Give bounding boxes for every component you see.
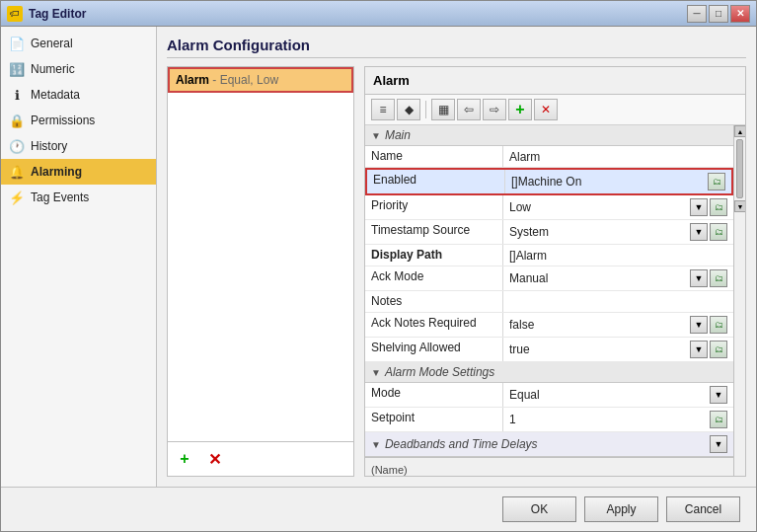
toolbar-forward-btn[interactable]: ⇨ [483,99,506,120]
detail-scrollbar[interactable]: ▲ ▼ [733,125,745,476]
remove-alarm-button[interactable]: ✕ [203,448,225,470]
content-area: Alarm Configuration Alarm - Equal, Low +… [157,27,756,487]
section-group-main-label: Main [385,128,411,142]
close-button[interactable]: ✕ [730,5,750,23]
priority-binding[interactable]: 🗂 [710,198,727,216]
toolbar-add-btn[interactable]: + [508,99,532,120]
enabled-binding-btn: 🗂 [708,173,725,190]
collapse-deadbands-icon[interactable]: ▼ [371,439,381,450]
ackmode-binding[interactable]: 🗂 [710,269,727,287]
deadbands-dropdown[interactable]: ▼ [710,435,727,453]
mode-dropdown[interactable]: ▼ [710,386,727,404]
prop-row-name: Name Alarm [365,146,733,168]
detail-footer: (Name) (Description) [365,457,733,476]
prop-row-acknotes: Ack Notes Required false ▼ 🗂 [365,313,733,338]
scrollbar-down-btn[interactable]: ▼ [734,200,745,212]
permissions-icon: 🔒 [9,113,25,128]
prop-value-timestamp: System ▼ 🗂 [503,220,733,244]
prop-value-name: Alarm [503,146,733,167]
toolbar-back-btn[interactable]: ⇦ [457,99,481,120]
shelving-dropdown[interactable]: ▼ [690,341,708,358]
prop-name-name: Name [365,146,503,167]
sidebar-label-metadata: Metadata [31,88,80,102]
prop-row-ackmode: Ack Mode Manual ▼ 🗂 [365,266,733,291]
prop-name-mode: Mode [365,383,503,407]
section-group-main: ▼ Main [365,125,733,146]
prop-value-mode: Equal ▼ [503,383,733,407]
section-group-alarmmode: ▼ Alarm Mode Settings [365,362,733,383]
cancel-button[interactable]: Cancel [666,496,740,522]
enabled-binding-button[interactable]: 🗂 [708,173,725,190]
ackmode-dropdown[interactable]: ▼ [690,269,708,287]
history-icon: 🕐 [9,138,25,154]
alarm-detail-header: Alarm [365,67,745,95]
window-icon: 🏷 [7,6,23,22]
minimize-button[interactable]: ─ [687,5,707,23]
sidebar-item-alarming[interactable]: 🔔 Alarming [1,159,156,185]
section-title: Alarm Configuration [167,37,746,58]
prop-name-acknotes: Ack Notes Required [365,313,503,337]
timestamp-dropdown[interactable]: ▼ [690,223,708,241]
setpoint-binding[interactable]: 🗂 [710,411,727,428]
collapse-alarmmode-icon[interactable]: ▼ [371,367,381,378]
prop-row-timestamp: Timestamp Source System ▼ 🗂 [365,220,733,245]
shelving-binding[interactable]: 🗂 [710,341,727,358]
title-bar-buttons: ─ □ ✕ [687,5,750,23]
apply-button[interactable]: Apply [584,496,658,522]
scrollbar-thumb[interactable] [736,139,743,198]
sidebar-label-general: General [31,37,73,50]
collapse-main-icon[interactable]: ▼ [371,130,381,141]
metadata-icon: ℹ [9,87,25,103]
section-group-alarmmode-label: Alarm Mode Settings [385,365,494,379]
acknotes-binding[interactable]: 🗂 [710,316,727,334]
prop-value-displaypath: []Alarm [503,245,733,266]
prop-value-setpoint: 1 🗂 [503,408,733,431]
toolbar-view2-btn[interactable]: ◆ [397,99,420,120]
prop-row-mode: Mode Equal ▼ [365,383,733,408]
sidebar-item-general[interactable]: 📄 General [1,31,156,56]
prop-name-shelving: Shelving Allowed [365,338,503,361]
prop-name-notes: Notes [365,291,503,312]
title-bar: 🏷 Tag Editor ─ □ ✕ [1,1,756,27]
prop-name-ackmode: Ack Mode [365,266,503,290]
window-title: Tag Editor [29,7,687,21]
scrollbar-up-btn[interactable]: ▲ [734,125,745,137]
acknotes-dropdown[interactable]: ▼ [690,316,708,334]
main-window: 🏷 Tag Editor ─ □ ✕ 📄 General 🔢 Numeric ℹ… [0,0,757,532]
sidebar-label-tag-events: Tag Events [31,190,89,204]
prop-value-priority: Low ▼ 🗂 [503,195,733,219]
toolbar-list-btn[interactable]: ≡ [371,99,395,120]
alarming-icon: 🔔 [9,164,25,180]
bottom-bar: OK Apply Cancel [1,487,756,531]
maximize-button[interactable]: □ [709,5,728,23]
alarm-header-label: Alarm [176,73,209,87]
section-group-deadbands: ▼ Deadbands and Time Delays ▼ [365,432,733,457]
sidebar-item-tag-events[interactable]: ⚡ Tag Events [1,185,156,210]
ok-button[interactable]: OK [502,496,576,522]
toolbar-grid-btn[interactable]: ▦ [431,99,455,120]
deadbands-label: Deadbands and Time Delays [385,437,538,451]
sidebar-item-permissions[interactable]: 🔒 Permissions [1,108,156,133]
alarm-list-panel: Alarm - Equal, Low + ✕ [167,66,354,477]
prop-value-acknotes: false ▼ 🗂 [503,313,733,337]
tag-events-icon: ⚡ [9,190,25,205]
sidebar-item-history[interactable]: 🕐 History [1,133,156,159]
prop-row-setpoint: Setpoint 1 🗂 [365,408,733,432]
alarm-header-sub: - Equal, Low [209,73,278,87]
prop-name-displaypath: Display Path [365,245,503,266]
priority-dropdown[interactable]: ▼ [690,198,708,216]
prop-row-notes: Notes [365,291,733,313]
prop-value-notes[interactable] [503,291,733,312]
alarm-list-items[interactable] [168,93,353,441]
alarm-detail-panel: Alarm ≡ ◆ ▦ ⇦ ⇨ + ✕ [364,66,746,477]
sidebar-label-numeric: Numeric [31,62,75,76]
toolbar-separator [425,101,426,118]
prop-value-enabled[interactable]: []Machine On 🗂 [505,170,731,193]
sidebar-item-metadata[interactable]: ℹ Metadata [1,82,156,108]
sidebar-item-numeric[interactable]: 🔢 Numeric [1,56,156,82]
add-alarm-button[interactable]: + [174,448,195,470]
toolbar-remove-btn[interactable]: ✕ [534,99,558,120]
prop-row-priority: Priority Low ▼ 🗂 [365,195,733,220]
timestamp-binding[interactable]: 🗂 [710,223,727,241]
sidebar-label-history: History [31,139,67,153]
